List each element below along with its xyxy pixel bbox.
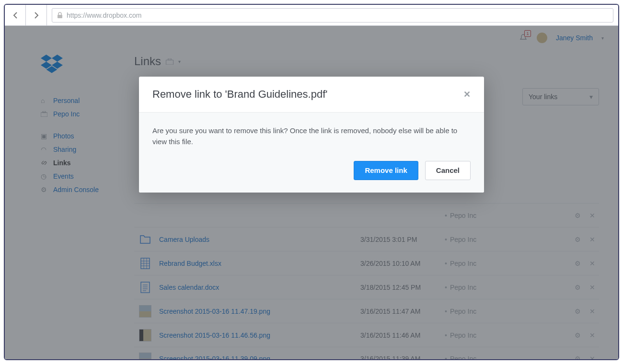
cancel-button[interactable]: Cancel [425,161,471,180]
url-text: https://www.dropbox.com [67,11,141,19]
browser-bar: https://www.dropbox.com [5,5,618,26]
modal-body-text: Are you sure you want to remove this lin… [152,126,457,146]
modal-overlay[interactable] [5,26,618,359]
back-button[interactable] [5,5,26,26]
lock-icon [57,12,63,19]
url-bar[interactable]: https://www.dropbox.com [52,8,613,23]
remove-link-button[interactable]: Remove link [354,161,418,180]
button-label: Remove link [365,166,407,174]
remove-link-modal: Remove link to 'Brand Guidelines.pdf' ✕ … [139,77,484,193]
modal-title: Remove link to 'Brand Guidelines.pdf' [152,88,327,101]
svg-rect-0 [58,15,62,18]
forward-button[interactable] [26,5,47,26]
button-label: Cancel [436,166,460,174]
close-icon[interactable]: ✕ [463,89,471,100]
